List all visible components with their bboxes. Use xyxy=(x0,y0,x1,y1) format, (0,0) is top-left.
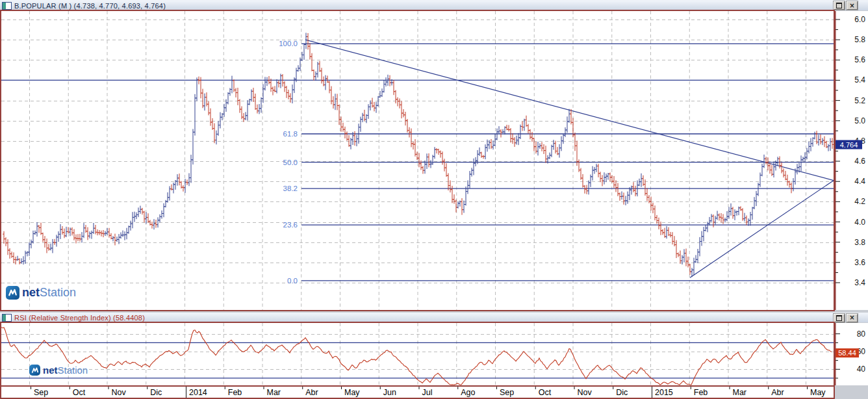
date-tick-label-Oct: Oct xyxy=(73,388,86,397)
fib-label-100.0: 100.0 xyxy=(279,40,298,47)
date-tick-label-Dic: Dic xyxy=(150,388,162,397)
fib-label-23.6: 23.6 xyxy=(283,221,298,229)
main-chart-title: B.POPULAR (M ) (4.738, 4.770, 4.693, 4.7… xyxy=(14,2,166,10)
price-tick-label: 5.6 xyxy=(854,55,865,64)
price-chart-plot[interactable]: 100.061.850.038.223.60.0 xyxy=(1,11,834,310)
date-tick-label-Oct: Oct xyxy=(539,388,552,397)
date-tick-label-Mar: Mar xyxy=(733,388,747,397)
rsi-value-tag: 58.44 xyxy=(836,348,859,357)
restore-icon xyxy=(836,315,842,321)
date-tick-label-Feb: Feb xyxy=(228,388,242,397)
rsi-tick-label: 40 xyxy=(857,365,866,374)
price-tick-label: 5.0 xyxy=(854,116,865,125)
date-tick-label-Abr: Abr xyxy=(771,388,784,397)
price-tick-label: 6.0 xyxy=(854,15,865,24)
restore-icon xyxy=(836,3,842,8)
rsi-titlebar[interactable]: RSI (Relative Strength Index) (58.4408) … xyxy=(0,313,868,322)
date-tick-label-Dic: Dic xyxy=(616,388,628,397)
price-tick-label: 3.4 xyxy=(854,278,865,287)
rsi-window-buttons: × xyxy=(834,314,858,322)
chart-window-icon xyxy=(2,314,12,322)
rsi-close-button[interactable]: × xyxy=(847,314,858,322)
fib-label-61.8: 61.8 xyxy=(283,130,298,138)
date-tick-label-Ago: Ago xyxy=(461,388,475,397)
price-tick-label: 3.8 xyxy=(854,238,865,247)
date-tick-label-Nov: Nov xyxy=(112,388,127,397)
fib-label-50.0: 50.0 xyxy=(283,159,298,166)
date-tick-label-2015: 2015 xyxy=(655,388,673,397)
price-tick-label: 4.6 xyxy=(854,157,865,166)
date-tick-label-Sep: Sep xyxy=(500,388,514,397)
rsi-plot[interactable] xyxy=(1,323,834,385)
restore-button[interactable] xyxy=(834,1,845,10)
date-tick-label-May: May xyxy=(344,388,360,397)
rsi-tick-label: 80 xyxy=(857,329,866,339)
fib-label-0.0: 0.0 xyxy=(287,277,298,285)
rsi-line xyxy=(1,328,832,385)
date-tick-label-May: May xyxy=(810,388,826,397)
price-tick-label: 4.0 xyxy=(854,218,865,227)
date-tick-label-Jun: Jun xyxy=(383,388,396,397)
close-button[interactable]: × xyxy=(847,1,858,10)
main-chart-titlebar[interactable]: B.POPULAR (M ) (4.738, 4.770, 4.693, 4.7… xyxy=(0,0,868,10)
main-window-buttons: × xyxy=(834,1,858,10)
price-tick-label: 5.8 xyxy=(854,35,865,44)
rsi-title: RSI (Relative Strength Index) (58.4408) xyxy=(14,314,145,322)
fib-label-38.2: 38.2 xyxy=(283,185,298,192)
price-axis: 6.05.85.65.45.25.04.84.64.44.24.03.83.63… xyxy=(835,11,868,310)
rsi-grid xyxy=(1,323,834,385)
price-tick-label: 4.2 xyxy=(854,197,865,206)
rsi-restore-button[interactable] xyxy=(834,314,845,322)
price-tick-label: 3.6 xyxy=(854,258,865,267)
price-chart-panel: 100.061.850.038.223.60.0 xyxy=(0,10,835,311)
price-tick-label: 5.2 xyxy=(854,96,865,105)
close-icon: × xyxy=(849,315,854,321)
rsi-axis: 80604058.44 xyxy=(835,323,868,385)
rsi-panel xyxy=(0,322,835,387)
date-tick-label-Abr: Abr xyxy=(305,388,318,397)
date-tick-label-Sep: Sep xyxy=(34,388,48,397)
date-tick-label-2014: 2014 xyxy=(189,388,207,397)
price-tick-label: 4.4 xyxy=(854,177,865,186)
svg-text:58.44: 58.44 xyxy=(838,349,856,357)
netstation-workspace: B.POPULAR (M ) (4.738, 4.770, 4.693, 4.7… xyxy=(0,0,868,399)
chart-window-icon xyxy=(2,2,12,10)
close-icon: × xyxy=(849,3,854,9)
date-tick-label-Jul: Jul xyxy=(422,388,433,397)
date-tick-label-Nov: Nov xyxy=(578,388,593,397)
svg-text:4.764: 4.764 xyxy=(840,141,858,149)
current-price-tag: 4.764 xyxy=(836,140,862,149)
date-axis: SepOctNovDic2014FebMarAbrMayJunJulAgoSep… xyxy=(0,387,835,399)
ohlc-bars-up xyxy=(16,33,832,277)
date-tick-label-Feb: Feb xyxy=(694,388,708,397)
price-tick-label: 5.4 xyxy=(854,75,865,84)
date-tick-label-Mar: Mar xyxy=(267,388,281,397)
